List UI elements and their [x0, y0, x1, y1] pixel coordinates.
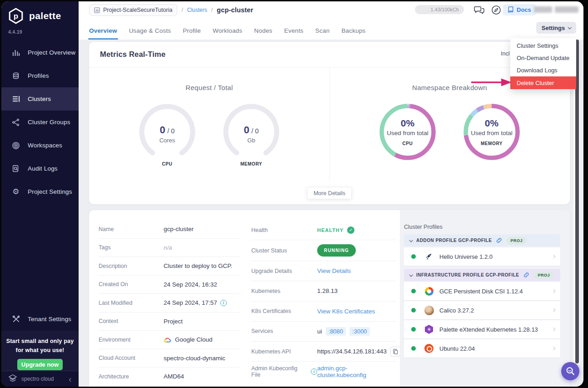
detail-row-tags: Tags n/a	[99, 239, 239, 257]
detail-label: Environment	[99, 337, 164, 343]
tab-overview[interactable]: Overview	[89, 21, 117, 40]
sidebar-item-clusters[interactable]: Clusters	[1, 87, 79, 111]
menu-item-on-demand-update[interactable]: On-Demand Update	[510, 52, 576, 64]
link-icon	[523, 272, 530, 278]
sidebar-item-workspaces[interactable]: Workspaces	[1, 134, 79, 157]
detail-row-cloud-account: Cloud Account spectro-cloud-dynamic	[99, 349, 239, 368]
upgrade-now-button[interactable]: Upgrade now	[17, 359, 63, 370]
memory-unit: Gb	[222, 137, 281, 144]
addon-profile-header[interactable]: ADDON PROFILE GCP-PROFILE PROJ	[404, 234, 560, 247]
menu-item-delete-cluster[interactable]: Delete Cluster	[510, 76, 576, 89]
help-search-floating-button[interactable]	[561, 362, 579, 380]
pack-status-dot	[411, 289, 416, 293]
info-icon[interactable]: i	[311, 368, 317, 375]
info-icon[interactable]: i	[220, 300, 227, 306]
status-label: K8s Certificates	[251, 308, 317, 314]
status-row-health: Health HEALTHY ✓	[251, 220, 396, 240]
more-details-button[interactable]: More Details	[307, 187, 352, 199]
cpu-gauge-label: CPU	[138, 161, 197, 166]
feedback-chat-button[interactable]	[473, 4, 485, 16]
infrastructure-profile-header[interactable]: INFRASTRUCTURE PROFILE GCP-PROFILE PROJ	[404, 269, 560, 281]
profile-pack-row[interactable]: Hello Universe 1.2.0	[404, 247, 560, 266]
tab-label: Events	[284, 27, 303, 34]
sidebar-item-label: Cluster Groups	[28, 119, 70, 126]
included-partial-text: Incl	[501, 50, 509, 57]
view-k8s-certificates-link[interactable]: View K8s Certificates	[317, 308, 375, 315]
collapse-sidebar-icon[interactable]	[70, 375, 72, 383]
tab-workloads[interactable]: Workloads	[213, 21, 242, 40]
promo-text-line1: Start small and only pay	[1, 337, 79, 346]
detail-value: Cluster to deploy to GCP.	[164, 262, 232, 269]
detail-value: n/a	[164, 244, 172, 251]
detail-value: Project	[164, 318, 183, 325]
sidebar-item-project-overview[interactable]: Project Overview	[1, 41, 79, 64]
tab-events[interactable]: Events	[284, 21, 303, 40]
sidebar-item-profiles[interactable]: Profiles	[1, 64, 79, 87]
status-row-services: Services ui :8080 :3000	[251, 322, 396, 342]
sidebar-item-tenant-settings[interactable]: Tenant Settings	[1, 307, 79, 331]
tab-usage-costs[interactable]: Usage & Costs	[129, 21, 171, 40]
sidebar-item-project-settings[interactable]: ⚙ Project Settings	[1, 180, 79, 203]
hello-universe-icon	[424, 252, 434, 262]
breadcrumb: Project-ScaleSecureTutoria / Clusters / …	[89, 4, 253, 16]
sidebar-item-label: Profiles	[28, 72, 49, 79]
copy-icon	[393, 349, 398, 354]
detail-label: Name	[99, 226, 164, 232]
view-details-link[interactable]: View Details	[317, 267, 351, 274]
cluster-details-column: Name gcp-cluster Tags n/a Description Cl…	[99, 220, 239, 386]
memory-used-percent: 0%	[462, 118, 521, 129]
detail-value: gcp-cluster	[164, 226, 194, 232]
detail-label: Last Modified	[99, 300, 164, 306]
settings-button[interactable]: Settings	[536, 22, 576, 34]
status-row-upgrade-details: Upgrade Details View Details	[251, 261, 396, 281]
detail-row-architecture: Architecture AMD64	[99, 368, 239, 386]
bar-chart-icon	[11, 48, 21, 57]
detail-label: Context	[99, 318, 164, 324]
profile-pack-row[interactable]: GCE Persistent Disk CSI 1.12.4	[404, 282, 560, 300]
menu-item-cluster-settings[interactable]: Cluster Settings	[510, 40, 576, 52]
tab-nodes[interactable]: Nodes	[254, 21, 272, 40]
book-icon	[508, 6, 514, 13]
memory-gauge-label: MEMORY	[222, 161, 281, 166]
user-account-redacted[interactable]	[534, 6, 578, 13]
copy-api-button[interactable]	[390, 347, 400, 357]
chevron-right-icon	[552, 308, 555, 312]
memory-requested-value: 0	[244, 124, 249, 136]
service-port-link[interactable]: :8080	[326, 327, 346, 336]
list-icon	[11, 95, 21, 103]
status-label: Kubernetes API	[251, 348, 317, 355]
detail-label: Created On	[99, 281, 164, 287]
top-header: Project-ScaleSecureTutoria / Clusters / …	[79, 1, 583, 40]
detail-label: Description	[99, 263, 164, 269]
project-selector[interactable]: Project-ScaleSecureTutoria	[89, 4, 177, 16]
brand-name: palette	[29, 10, 61, 21]
project-icon	[94, 7, 100, 13]
menu-item-download-logs[interactable]: Download Logs	[510, 64, 576, 76]
footer-brand-name: spectro cloud	[21, 376, 66, 382]
tab-scan[interactable]: Scan	[315, 21, 330, 40]
profile-pack-row[interactable]: Ubuntu 22.04	[404, 339, 560, 358]
pack-status-dot	[411, 308, 416, 312]
cpu-donut-label: CPU	[378, 141, 437, 146]
status-row-kubernetes-api: Kubernetes API https://34.54.126.181:443	[251, 342, 396, 362]
sidebar-item-audit-logs[interactable]: Audit Logs	[1, 157, 79, 180]
docs-button[interactable]: Docs	[503, 4, 536, 15]
kubeconfig-download-link[interactable]: admin.gcp-cluster.kubeconfig	[317, 365, 396, 378]
spectro-cloud-logo-icon	[8, 374, 18, 383]
request-total-section: Request / Total 0 / 0 Cores CPU	[89, 67, 329, 166]
chevron-down-icon	[568, 25, 572, 29]
sidebar-item-cluster-groups[interactable]: Cluster Groups	[1, 111, 79, 134]
service-port-link[interactable]: :3000	[349, 327, 370, 336]
tab-backups[interactable]: Backups	[341, 21, 365, 40]
tab-profile[interactable]: Profile	[183, 21, 201, 40]
profile-pack-row[interactable]: Calico 3.27.2	[404, 301, 560, 319]
nodes-icon	[11, 118, 21, 126]
profile-pack-row[interactable]: ✳ Palette eXtended Kubernetes 1.28.13	[404, 320, 560, 338]
explore-compass-button[interactable]	[490, 4, 502, 16]
svg-text:p: p	[14, 12, 18, 20]
tab-label: Usage & Costs	[129, 27, 171, 34]
memory-donut-label: MEMORY	[462, 141, 521, 146]
detail-row-environment: Environment Google Cloud	[99, 331, 239, 349]
palette-logo-icon: p	[7, 7, 25, 25]
breadcrumb-clusters-link[interactable]: Clusters	[187, 7, 207, 13]
